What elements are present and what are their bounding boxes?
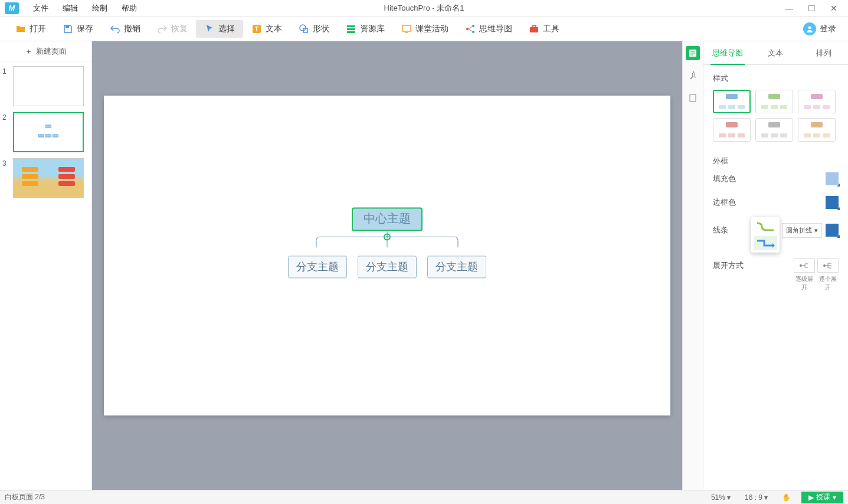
play-icon: ▶ [808, 493, 814, 502]
rail-properties-icon[interactable] [686, 46, 700, 60]
teach-button[interactable]: ▶ 授课 ▾ [801, 492, 843, 503]
page-thumbnail-2[interactable] [13, 112, 84, 152]
maximize-icon[interactable]: ☐ [806, 4, 817, 13]
svg-rect-13 [532, 25, 536, 27]
app-logo: M [5, 2, 19, 14]
tab-text[interactable]: 文本 [752, 41, 800, 64]
style-option-red[interactable] [713, 118, 751, 142]
avatar-icon [803, 22, 816, 35]
style-option-blue[interactable] [713, 90, 751, 113]
status-right: 51%▾ 16 : 9▾ ✋ ▶ 授课 ▾ [708, 492, 843, 503]
resources-button[interactable]: 资源库 [338, 20, 393, 38]
expand-labels: 逐级展开 逐个展开 [713, 275, 839, 292]
mindmap-center-node[interactable]: 中心主题 + [352, 207, 423, 231]
page-thumbnail-1[interactable] [13, 66, 84, 106]
mindmap-branch-node[interactable]: 分支主题 [288, 256, 347, 278]
tab-arrange[interactable]: 排列 [800, 41, 848, 64]
border-color-swatch[interactable] [826, 196, 839, 209]
mindmap-connectors [307, 230, 467, 247]
line-row: 线条 圆角折线 ▾ [713, 220, 839, 241]
window-title: HiteTouchPro - 未命名1 [384, 3, 464, 14]
rail-page-icon[interactable] [686, 91, 700, 105]
tab-mindmap[interactable]: 思维导图 [703, 41, 752, 64]
hand-tool-icon[interactable]: ✋ [778, 493, 794, 502]
plus-icon: ＋ [25, 46, 32, 57]
status-bar: 白板页面 2/3 51%▾ 16 : 9▾ ✋ ▶ 授课 ▾ [0, 490, 848, 504]
menu-help[interactable]: 帮助 [114, 3, 144, 14]
style-option-pink[interactable] [798, 90, 836, 113]
line-style-option-2[interactable] [754, 236, 777, 250]
ratio-control[interactable]: 16 : 9▾ [741, 493, 771, 502]
svg-rect-5 [347, 25, 355, 27]
canvas[interactable]: 中心主题 + 分支主题 分支主题 分支主题 [104, 96, 670, 415]
right-rail [682, 41, 703, 490]
expand-buttons [794, 258, 839, 273]
border-color-row: 边框色 [713, 196, 839, 209]
login-button[interactable]: 登录 [798, 20, 841, 38]
save-icon [63, 24, 73, 34]
mindmap-branch-node[interactable]: 分支主题 [358, 256, 417, 278]
close-icon[interactable]: ✕ [828, 4, 840, 13]
new-page-button[interactable]: ＋ 新建页面 [0, 41, 91, 61]
redo-icon [157, 24, 168, 34]
page-thumbnail-3[interactable] [13, 158, 84, 198]
line-color-swatch[interactable] [826, 224, 839, 237]
svg-rect-6 [347, 28, 355, 30]
undo-icon [110, 24, 120, 34]
mindmap-branch-node[interactable]: 分支主题 [427, 256, 486, 278]
svg-point-17 [800, 264, 802, 267]
panel-body: 样式 外框 填充色 边框色 线条 [703, 65, 848, 490]
menu-draw[interactable]: 绘制 [85, 3, 114, 14]
svg-point-3 [300, 25, 306, 31]
text-icon: T [251, 24, 262, 34]
page-sidebar: ＋ 新建页面 1 2 3 [0, 41, 92, 490]
select-button[interactable]: 选择 [196, 20, 243, 38]
svg-point-10 [472, 25, 474, 27]
chevron-down-icon: ▾ [814, 227, 818, 234]
redo-button: 恢复 [149, 20, 196, 38]
style-option-green[interactable] [755, 90, 793, 113]
style-option-gray[interactable] [755, 118, 793, 142]
line-type-dropdown[interactable]: 圆角折线 ▾ [782, 223, 822, 238]
style-grid [713, 90, 839, 142]
svg-point-9 [466, 28, 469, 30]
thumb-row: 1 [2, 66, 89, 106]
mindmap-branches: 分支主题 分支主题 分支主题 [288, 256, 486, 278]
open-button[interactable]: 打开 [7, 20, 54, 38]
cursor-icon [204, 24, 215, 34]
expand-row: 展开方式 [713, 258, 839, 273]
toolbox-icon [529, 24, 539, 34]
svg-rect-7 [347, 31, 355, 33]
expand-all-button[interactable] [817, 258, 839, 273]
style-section-label: 样式 [713, 73, 839, 84]
zoom-control[interactable]: 51%▾ [708, 493, 734, 502]
minimize-icon[interactable]: — [783, 4, 795, 13]
line-style-option-1[interactable] [754, 220, 777, 234]
expand-step-button[interactable] [794, 258, 815, 273]
class-button[interactable]: 课堂活动 [393, 20, 457, 38]
undo-button[interactable]: 撤销 [102, 20, 149, 38]
class-icon [401, 24, 412, 34]
page-indicator: 白板页面 2/3 [5, 492, 45, 502]
text-button[interactable]: T 文本 [243, 20, 290, 38]
save-button[interactable]: 保存 [54, 20, 102, 38]
mindmap-button[interactable]: 思维导图 [457, 20, 520, 38]
shape-button[interactable]: 形状 [290, 20, 338, 38]
main-area: ＋ 新建页面 1 2 3 [0, 41, 848, 490]
fill-color-swatch[interactable] [826, 172, 839, 185]
chevron-down-icon: ▾ [727, 493, 731, 502]
canvas-area[interactable]: 中心主题 + 分支主题 分支主题 分支主题 [92, 41, 682, 490]
svg-rect-0 [66, 25, 69, 28]
svg-point-14 [808, 26, 811, 29]
menu-edit[interactable]: 编辑 [55, 3, 85, 14]
svg-text:T: T [255, 25, 259, 32]
mindmap-icon [465, 24, 476, 34]
tools-button[interactable]: 工具 [520, 20, 568, 38]
style-option-orange[interactable] [798, 118, 836, 142]
shape-icon [299, 24, 309, 34]
svg-point-11 [472, 31, 474, 33]
properties-panel: 思维导图 文本 排列 样式 外框 填充色 边框色 [703, 41, 848, 490]
rail-pin-icon[interactable] [686, 68, 700, 83]
menu-file[interactable]: 文件 [26, 3, 55, 14]
toolbar: 打开 保存 撤销 恢复 选择 T 文本 形状 资源库 课堂活动 思维导图 工具 [0, 17, 848, 41]
